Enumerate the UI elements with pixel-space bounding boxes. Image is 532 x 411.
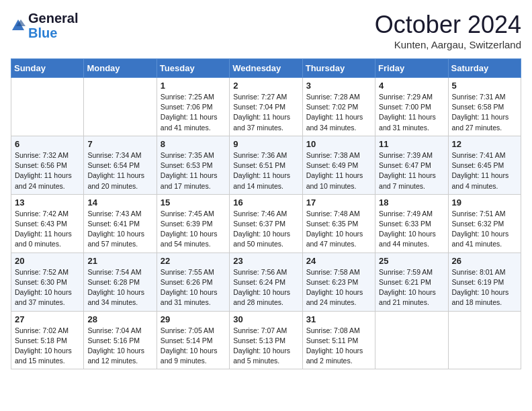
calendar-cell: 26Sunrise: 8:01 AM Sunset: 6:19 PM Dayli… <box>448 253 521 311</box>
day-number: 1 <box>161 81 226 91</box>
day-number: 27 <box>15 314 80 324</box>
day-info: Sunrise: 7:45 AM Sunset: 6:39 PM Dayligh… <box>161 209 226 250</box>
day-number: 3 <box>306 81 371 91</box>
day-number: 24 <box>306 256 371 266</box>
day-number: 15 <box>161 197 226 208</box>
weekday-header: Thursday <box>302 59 375 78</box>
calendar-cell: 3Sunrise: 7:28 AM Sunset: 7:02 PM Daylig… <box>302 78 375 136</box>
day-number: 11 <box>379 139 444 149</box>
day-info: Sunrise: 8:01 AM Sunset: 6:19 PM Dayligh… <box>452 267 517 308</box>
calendar-cell: 8Sunrise: 7:35 AM Sunset: 6:53 PM Daylig… <box>157 136 229 194</box>
weekday-header-row: SundayMondayTuesdayWednesdayThursdayFrid… <box>11 59 521 78</box>
calendar-cell: 21Sunrise: 7:54 AM Sunset: 6:28 PM Dayli… <box>84 253 157 311</box>
day-number: 7 <box>87 139 152 149</box>
day-info: Sunrise: 7:25 AM Sunset: 7:06 PM Dayligh… <box>161 92 226 133</box>
weekday-header: Sunday <box>11 59 84 78</box>
day-number: 28 <box>87 314 152 324</box>
day-info: Sunrise: 7:49 AM Sunset: 6:33 PM Dayligh… <box>379 209 444 250</box>
calendar-cell <box>375 311 448 369</box>
calendar-cell: 1Sunrise: 7:25 AM Sunset: 7:06 PM Daylig… <box>157 78 229 136</box>
day-number: 21 <box>87 256 152 266</box>
day-number: 22 <box>161 256 226 266</box>
logo: General Blue <box>11 11 78 40</box>
calendar-week-row: 6Sunrise: 7:32 AM Sunset: 6:56 PM Daylig… <box>11 136 521 194</box>
day-number: 26 <box>452 256 517 266</box>
calendar-cell: 31Sunrise: 7:08 AM Sunset: 5:11 PM Dayli… <box>302 311 375 369</box>
day-info: Sunrise: 7:31 AM Sunset: 6:58 PM Dayligh… <box>452 92 517 133</box>
calendar-cell <box>11 78 84 136</box>
day-info: Sunrise: 7:39 AM Sunset: 6:47 PM Dayligh… <box>379 150 444 191</box>
day-number: 9 <box>233 139 298 149</box>
day-info: Sunrise: 7:56 AM Sunset: 6:24 PM Dayligh… <box>233 267 298 308</box>
day-number: 30 <box>233 314 298 324</box>
day-info: Sunrise: 7:46 AM Sunset: 6:37 PM Dayligh… <box>233 209 298 250</box>
day-info: Sunrise: 7:36 AM Sunset: 6:51 PM Dayligh… <box>233 150 298 191</box>
day-number: 14 <box>87 197 152 208</box>
day-info: Sunrise: 7:55 AM Sunset: 6:26 PM Dayligh… <box>161 267 226 308</box>
weekday-header: Friday <box>375 59 448 78</box>
logo-icon <box>11 18 26 33</box>
calendar-cell: 4Sunrise: 7:29 AM Sunset: 7:00 PM Daylig… <box>375 78 448 136</box>
day-info: Sunrise: 7:59 AM Sunset: 6:21 PM Dayligh… <box>379 267 444 308</box>
day-info: Sunrise: 7:27 AM Sunset: 7:04 PM Dayligh… <box>233 92 298 133</box>
day-info: Sunrise: 7:38 AM Sunset: 6:49 PM Dayligh… <box>306 150 371 191</box>
calendar-cell: 17Sunrise: 7:48 AM Sunset: 6:35 PM Dayli… <box>302 194 375 253</box>
page-header: General Blue October 2024 Kunten, Aargau… <box>11 11 521 50</box>
day-number: 31 <box>306 314 371 324</box>
calendar-cell: 30Sunrise: 7:07 AM Sunset: 5:13 PM Dayli… <box>230 311 302 369</box>
location: Kunten, Aargau, Switzerland <box>375 39 521 50</box>
calendar-cell: 25Sunrise: 7:59 AM Sunset: 6:21 PM Dayli… <box>375 253 448 311</box>
calendar-cell: 20Sunrise: 7:52 AM Sunset: 6:30 PM Dayli… <box>11 253 84 311</box>
calendar-cell: 27Sunrise: 7:02 AM Sunset: 5:18 PM Dayli… <box>11 311 84 369</box>
calendar-cell: 5Sunrise: 7:31 AM Sunset: 6:58 PM Daylig… <box>448 78 521 136</box>
day-info: Sunrise: 7:42 AM Sunset: 6:43 PM Dayligh… <box>15 209 80 250</box>
calendar-cell: 23Sunrise: 7:56 AM Sunset: 6:24 PM Dayli… <box>230 253 302 311</box>
calendar-cell: 9Sunrise: 7:36 AM Sunset: 6:51 PM Daylig… <box>230 136 302 194</box>
day-info: Sunrise: 7:28 AM Sunset: 7:02 PM Dayligh… <box>306 92 371 133</box>
calendar-cell: 2Sunrise: 7:27 AM Sunset: 7:04 PM Daylig… <box>230 78 302 136</box>
day-info: Sunrise: 7:43 AM Sunset: 6:41 PM Dayligh… <box>87 209 152 250</box>
weekday-header: Monday <box>84 59 157 78</box>
day-number: 17 <box>306 197 371 208</box>
calendar-cell: 14Sunrise: 7:43 AM Sunset: 6:41 PM Dayli… <box>84 194 157 253</box>
calendar-cell: 10Sunrise: 7:38 AM Sunset: 6:49 PM Dayli… <box>302 136 375 194</box>
day-number: 29 <box>161 314 226 324</box>
calendar-week-row: 1Sunrise: 7:25 AM Sunset: 7:06 PM Daylig… <box>11 78 521 136</box>
day-info: Sunrise: 7:29 AM Sunset: 7:00 PM Dayligh… <box>379 92 444 133</box>
day-info: Sunrise: 7:35 AM Sunset: 6:53 PM Dayligh… <box>161 150 226 191</box>
calendar-cell: 7Sunrise: 7:34 AM Sunset: 6:54 PM Daylig… <box>84 136 157 194</box>
day-number: 5 <box>452 81 517 91</box>
calendar-cell: 18Sunrise: 7:49 AM Sunset: 6:33 PM Dayli… <box>375 194 448 253</box>
logo-blue: Blue <box>28 26 78 40</box>
day-info: Sunrise: 7:54 AM Sunset: 6:28 PM Dayligh… <box>87 267 152 308</box>
day-info: Sunrise: 7:58 AM Sunset: 6:23 PM Dayligh… <box>306 267 371 308</box>
weekday-header: Tuesday <box>157 59 229 78</box>
calendar-week-row: 27Sunrise: 7:02 AM Sunset: 5:18 PM Dayli… <box>11 311 521 369</box>
day-number: 6 <box>15 139 80 149</box>
day-number: 16 <box>233 197 298 208</box>
day-number: 25 <box>379 256 444 266</box>
logo-general: General <box>28 11 78 26</box>
calendar-cell: 22Sunrise: 7:55 AM Sunset: 6:26 PM Dayli… <box>157 253 229 311</box>
day-number: 19 <box>452 197 517 208</box>
day-number: 12 <box>452 139 517 149</box>
day-info: Sunrise: 7:52 AM Sunset: 6:30 PM Dayligh… <box>15 267 80 308</box>
calendar-cell: 29Sunrise: 7:05 AM Sunset: 5:14 PM Dayli… <box>157 311 229 369</box>
calendar-week-row: 13Sunrise: 7:42 AM Sunset: 6:43 PM Dayli… <box>11 194 521 253</box>
day-number: 4 <box>379 81 444 91</box>
day-info: Sunrise: 7:34 AM Sunset: 6:54 PM Dayligh… <box>87 150 152 191</box>
title-area: October 2024 Kunten, Aargau, Switzerland <box>375 11 521 50</box>
day-number: 8 <box>161 139 226 149</box>
calendar-cell: 13Sunrise: 7:42 AM Sunset: 6:43 PM Dayli… <box>11 194 84 253</box>
day-info: Sunrise: 7:04 AM Sunset: 5:16 PM Dayligh… <box>87 326 152 367</box>
day-number: 23 <box>233 256 298 266</box>
calendar-cell: 16Sunrise: 7:46 AM Sunset: 6:37 PM Dayli… <box>230 194 302 253</box>
day-number: 10 <box>306 139 371 149</box>
calendar-cell <box>84 78 157 136</box>
calendar-cell: 19Sunrise: 7:51 AM Sunset: 6:32 PM Dayli… <box>448 194 521 253</box>
day-info: Sunrise: 7:08 AM Sunset: 5:11 PM Dayligh… <box>306 326 371 367</box>
calendar-cell: 24Sunrise: 7:58 AM Sunset: 6:23 PM Dayli… <box>302 253 375 311</box>
day-number: 13 <box>15 197 80 208</box>
day-info: Sunrise: 7:41 AM Sunset: 6:45 PM Dayligh… <box>452 150 517 191</box>
day-info: Sunrise: 7:05 AM Sunset: 5:14 PM Dayligh… <box>161 326 226 367</box>
